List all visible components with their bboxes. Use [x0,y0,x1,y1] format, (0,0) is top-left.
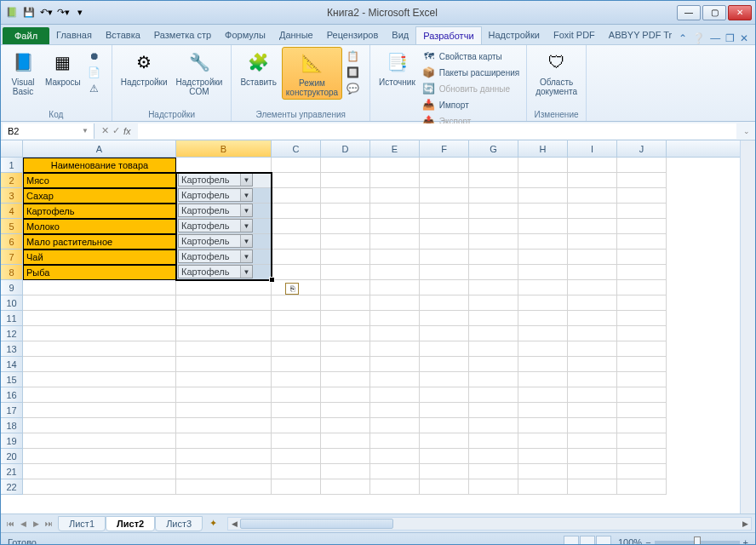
column-header[interactable]: F [420,141,469,157]
cell[interactable] [568,311,617,326]
cell[interactable] [518,433,568,449]
cell[interactable] [469,219,518,234]
cell[interactable] [321,341,370,357]
cell[interactable] [23,464,176,479]
cell[interactable] [518,341,568,357]
cell[interactable] [568,403,617,418]
row-header[interactable]: 5 [1,219,23,234]
page-layout-view-button[interactable] [580,536,595,546]
cell[interactable] [469,403,518,418]
page-break-view-button[interactable] [596,536,611,546]
cell[interactable] [272,188,321,204]
ribbon-button[interactable]: ⚙Надстройки [117,47,171,89]
row-header[interactable]: 2 [1,173,23,188]
cell[interactable]: Чай [23,250,176,265]
ribbon-tab[interactable]: Главная [49,26,99,44]
cell[interactable] [370,234,420,250]
cell[interactable] [518,219,568,234]
row-header[interactable]: 12 [1,326,23,341]
cell[interactable] [518,234,568,250]
cell[interactable] [568,418,617,433]
cell[interactable] [617,188,667,204]
cell[interactable] [272,418,321,433]
ribbon-button[interactable]: 📐Режимконструктора [282,47,342,100]
row-header[interactable]: 22 [1,479,23,495]
ribbon-button[interactable]: ▦Макросы [42,47,84,89]
cell[interactable] [518,403,568,418]
cell[interactable] [518,204,568,219]
cell[interactable] [176,295,272,311]
cell[interactable] [370,280,420,295]
sheet-tab[interactable]: Лист1 [58,516,106,531]
cell[interactable] [617,479,667,495]
cell[interactable] [469,464,518,479]
cell[interactable] [617,387,667,403]
cell[interactable] [321,219,370,234]
mdi-restore-icon[interactable]: ❐ [725,32,735,44]
cell[interactable] [176,158,272,173]
cell[interactable] [568,234,617,250]
cell[interactable] [176,418,272,433]
formula-expand-icon[interactable]: ⌄ [738,127,755,135]
cell[interactable] [272,250,321,265]
ribbon-tab[interactable]: Рецензиров [320,26,386,44]
cell[interactable] [23,357,176,372]
cell[interactable] [518,449,568,464]
cell[interactable] [568,341,617,357]
ribbon-button[interactable]: 📑Источник [375,47,419,89]
cell[interactable] [469,372,518,387]
cell[interactable] [272,265,321,280]
cell[interactable] [321,188,370,204]
cell[interactable]: Сахар [23,188,176,204]
row-header[interactable]: 7 [1,250,23,265]
cell[interactable] [420,265,469,280]
cell[interactable] [176,357,272,372]
ribbon-tab[interactable]: ABBYY PDF Tr [602,26,679,44]
sheet-tab[interactable]: Лист3 [155,516,203,531]
cell[interactable] [370,464,420,479]
zoom-slider[interactable] [655,541,740,544]
cell[interactable] [176,387,272,403]
cell[interactable] [469,479,518,495]
zoom-in-button[interactable]: + [743,537,748,546]
cell[interactable] [321,250,370,265]
combobox-control[interactable]: Картофель▼ [178,219,253,232]
cell[interactable] [568,449,617,464]
cancel-formula-icon[interactable]: ✕ [101,125,109,136]
cell[interactable] [370,387,420,403]
cell[interactable] [23,479,176,495]
cells-grid[interactable]: Наименование товараМясоСахарКартофельМол… [23,158,740,513]
cell[interactable] [272,295,321,311]
cell[interactable] [370,173,420,188]
cell[interactable] [420,357,469,372]
row-header[interactable]: 6 [1,234,23,250]
cell[interactable] [469,449,518,464]
cell[interactable] [617,326,667,341]
cell[interactable] [176,464,272,479]
cell[interactable] [518,387,568,403]
dropdown-icon[interactable]: ▼ [240,266,252,278]
cell[interactable] [518,188,568,204]
cell[interactable] [272,372,321,387]
cell[interactable] [23,449,176,464]
cell[interactable] [370,357,420,372]
cell[interactable] [23,295,176,311]
cell[interactable] [469,188,518,204]
cell[interactable] [272,234,321,250]
ribbon-tab[interactable]: Вставка [99,26,147,44]
dropdown-icon[interactable]: ▼ [240,204,252,216]
cell[interactable] [23,326,176,341]
cell[interactable] [518,158,568,173]
ribbon-small-button[interactable]: 📥Импорт [421,97,521,112]
cell[interactable] [568,204,617,219]
row-header[interactable]: 21 [1,464,23,479]
ribbon-button[interactable]: 🛡Областьдокумента [532,47,581,98]
cell[interactable] [370,403,420,418]
row-header[interactable]: 9 [1,280,23,295]
ribbon-tab[interactable]: Foxit PDF [547,26,602,44]
cell[interactable] [370,449,420,464]
cell[interactable] [272,433,321,449]
cell[interactable] [370,204,420,219]
cell[interactable] [568,188,617,204]
ribbon-small-button[interactable]: ⚠ [86,81,106,96]
